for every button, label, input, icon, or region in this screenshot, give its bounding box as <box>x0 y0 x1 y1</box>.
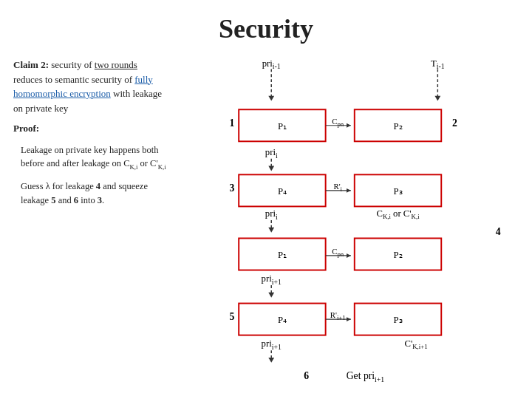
P2: P₂ <box>393 121 402 132</box>
step4-label: 4 <box>496 226 501 237</box>
P1-left: P₁ <box>278 121 287 132</box>
P2-2: P₂ <box>393 250 402 260</box>
Rprime-i1: R'i+1 <box>330 310 346 321</box>
and-text: and <box>47 158 60 168</box>
Cpn-2: Cpn <box>332 247 344 258</box>
T-header: Ti-1 <box>431 58 445 71</box>
page-title: Security <box>0 0 532 50</box>
step5-label: 5 <box>229 311 234 322</box>
svg-marker-12 <box>347 188 351 193</box>
svg-marker-18 <box>347 253 351 258</box>
get-label: Get prii+1 <box>347 370 385 383</box>
P3-2: P₃ <box>393 315 402 325</box>
pri-header: prii-1 <box>262 58 281 71</box>
P3-1: P₃ <box>393 186 402 197</box>
step2-label: 2 <box>452 117 457 129</box>
pri-i1-label-2: prii+1 <box>262 338 282 351</box>
leakage-text: Leakage on private key happens both befo… <box>21 143 168 172</box>
pri-i-label-2: prii <box>265 208 278 221</box>
svg-marker-24 <box>347 317 351 321</box>
svg-marker-15 <box>268 228 274 233</box>
proof-label: Proof: <box>13 121 168 136</box>
P1-2: P₁ <box>278 250 287 260</box>
svg-marker-9 <box>268 166 274 171</box>
pri-i-label: prii <box>265 147 278 160</box>
claim-text: Claim 2: security of two rounds reduces … <box>13 58 168 115</box>
diagram-area: prii-1 Ti-1 1 P₁ Cpn P₂ <box>176 50 519 390</box>
leakage-or-sub: K,i <box>158 163 166 171</box>
claim-label: Claim 2: <box>13 59 49 70</box>
left-panel: Claim 2: security of two rounds reduces … <box>13 50 168 390</box>
pri-i1-label: prii+1 <box>262 273 282 286</box>
diagram-svg: prii-1 Ti-1 1 P₁ Cpn P₂ <box>176 50 519 390</box>
CKi-label: CK,i or C'K,i <box>376 208 420 220</box>
step1-label: 1 <box>229 117 234 129</box>
P4-1: P₄ <box>278 186 287 197</box>
svg-marker-6 <box>347 123 351 128</box>
step6-label: 6 <box>304 370 309 381</box>
guess-text: Guess λ for leakage 4 and squeeze leakag… <box>21 180 168 208</box>
Rprime-i: R'i <box>333 182 342 193</box>
Cprime-label: C'K,i+1 <box>404 338 427 350</box>
leakage-sub: K,i <box>130 163 138 171</box>
svg-marker-3 <box>434 96 440 101</box>
Cpn-1: Cpn <box>332 117 344 128</box>
step3-label: 3 <box>229 183 234 194</box>
svg-marker-1 <box>268 96 274 101</box>
svg-marker-21 <box>268 293 274 298</box>
highlight-homomorphic: fully homomorphic encryption <box>13 74 153 100</box>
svg-marker-27 <box>268 358 274 363</box>
P4-2: P₄ <box>278 315 287 325</box>
